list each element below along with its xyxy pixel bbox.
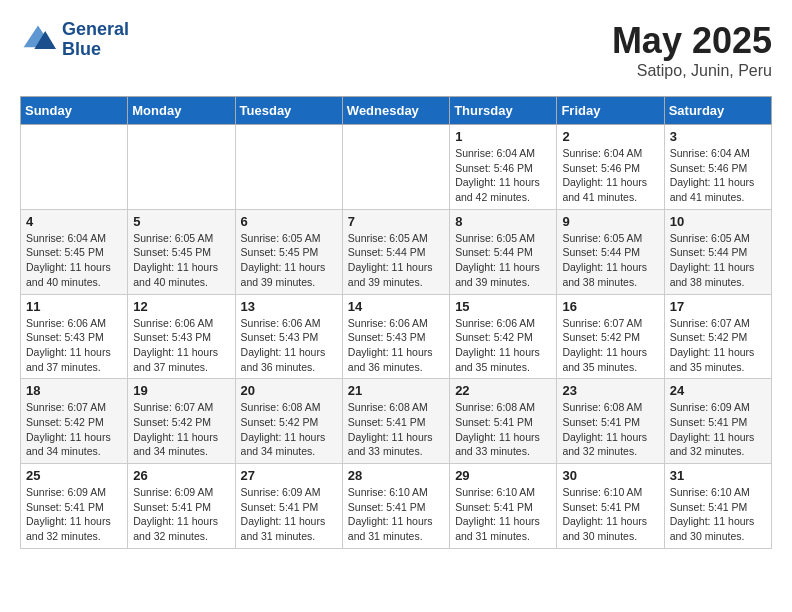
day-info: Sunrise: 6:05 AM Sunset: 5:45 PM Dayligh… bbox=[133, 231, 229, 290]
calendar-cell: 20Sunrise: 6:08 AM Sunset: 5:42 PM Dayli… bbox=[235, 379, 342, 464]
weekday-header-thursday: Thursday bbox=[450, 97, 557, 125]
week-row-1: 1Sunrise: 6:04 AM Sunset: 5:46 PM Daylig… bbox=[21, 125, 772, 210]
calendar-cell: 3Sunrise: 6:04 AM Sunset: 5:46 PM Daylig… bbox=[664, 125, 771, 210]
day-info: Sunrise: 6:07 AM Sunset: 5:42 PM Dayligh… bbox=[26, 400, 122, 459]
calendar-cell: 11Sunrise: 6:06 AM Sunset: 5:43 PM Dayli… bbox=[21, 294, 128, 379]
day-info: Sunrise: 6:04 AM Sunset: 5:46 PM Dayligh… bbox=[455, 146, 551, 205]
day-info: Sunrise: 6:06 AM Sunset: 5:43 PM Dayligh… bbox=[133, 316, 229, 375]
day-info: Sunrise: 6:08 AM Sunset: 5:41 PM Dayligh… bbox=[455, 400, 551, 459]
calendar-cell: 21Sunrise: 6:08 AM Sunset: 5:41 PM Dayli… bbox=[342, 379, 449, 464]
calendar-cell: 16Sunrise: 6:07 AM Sunset: 5:42 PM Dayli… bbox=[557, 294, 664, 379]
calendar-cell: 6Sunrise: 6:05 AM Sunset: 5:45 PM Daylig… bbox=[235, 209, 342, 294]
day-info: Sunrise: 6:06 AM Sunset: 5:42 PM Dayligh… bbox=[455, 316, 551, 375]
day-number: 25 bbox=[26, 468, 122, 483]
day-number: 2 bbox=[562, 129, 658, 144]
day-info: Sunrise: 6:09 AM Sunset: 5:41 PM Dayligh… bbox=[241, 485, 337, 544]
day-number: 8 bbox=[455, 214, 551, 229]
calendar-cell: 22Sunrise: 6:08 AM Sunset: 5:41 PM Dayli… bbox=[450, 379, 557, 464]
day-number: 12 bbox=[133, 299, 229, 314]
header: General Blue May 2025 Satipo, Junin, Per… bbox=[20, 20, 772, 80]
day-info: Sunrise: 6:10 AM Sunset: 5:41 PM Dayligh… bbox=[348, 485, 444, 544]
calendar-cell: 10Sunrise: 6:05 AM Sunset: 5:44 PM Dayli… bbox=[664, 209, 771, 294]
weekday-header-tuesday: Tuesday bbox=[235, 97, 342, 125]
day-info: Sunrise: 6:05 AM Sunset: 5:45 PM Dayligh… bbox=[241, 231, 337, 290]
day-info: Sunrise: 6:08 AM Sunset: 5:41 PM Dayligh… bbox=[348, 400, 444, 459]
calendar-cell: 7Sunrise: 6:05 AM Sunset: 5:44 PM Daylig… bbox=[342, 209, 449, 294]
calendar-cell: 14Sunrise: 6:06 AM Sunset: 5:43 PM Dayli… bbox=[342, 294, 449, 379]
day-info: Sunrise: 6:10 AM Sunset: 5:41 PM Dayligh… bbox=[562, 485, 658, 544]
month-title: May 2025 bbox=[612, 20, 772, 62]
day-info: Sunrise: 6:09 AM Sunset: 5:41 PM Dayligh… bbox=[133, 485, 229, 544]
calendar-cell: 4Sunrise: 6:04 AM Sunset: 5:45 PM Daylig… bbox=[21, 209, 128, 294]
calendar-cell: 19Sunrise: 6:07 AM Sunset: 5:42 PM Dayli… bbox=[128, 379, 235, 464]
weekday-header-monday: Monday bbox=[128, 97, 235, 125]
calendar-cell bbox=[21, 125, 128, 210]
day-info: Sunrise: 6:05 AM Sunset: 5:44 PM Dayligh… bbox=[455, 231, 551, 290]
logo-icon bbox=[20, 22, 56, 58]
calendar-cell: 30Sunrise: 6:10 AM Sunset: 5:41 PM Dayli… bbox=[557, 464, 664, 549]
day-number: 27 bbox=[241, 468, 337, 483]
day-info: Sunrise: 6:10 AM Sunset: 5:41 PM Dayligh… bbox=[670, 485, 766, 544]
title-area: May 2025 Satipo, Junin, Peru bbox=[612, 20, 772, 80]
calendar-cell: 26Sunrise: 6:09 AM Sunset: 5:41 PM Dayli… bbox=[128, 464, 235, 549]
calendar-cell: 23Sunrise: 6:08 AM Sunset: 5:41 PM Dayli… bbox=[557, 379, 664, 464]
day-number: 6 bbox=[241, 214, 337, 229]
day-number: 11 bbox=[26, 299, 122, 314]
calendar-table: SundayMondayTuesdayWednesdayThursdayFrid… bbox=[20, 96, 772, 549]
day-number: 21 bbox=[348, 383, 444, 398]
day-number: 16 bbox=[562, 299, 658, 314]
week-row-3: 11Sunrise: 6:06 AM Sunset: 5:43 PM Dayli… bbox=[21, 294, 772, 379]
logo-text: General Blue bbox=[62, 20, 129, 60]
calendar-cell: 2Sunrise: 6:04 AM Sunset: 5:46 PM Daylig… bbox=[557, 125, 664, 210]
day-info: Sunrise: 6:06 AM Sunset: 5:43 PM Dayligh… bbox=[26, 316, 122, 375]
day-info: Sunrise: 6:10 AM Sunset: 5:41 PM Dayligh… bbox=[455, 485, 551, 544]
calendar-cell: 17Sunrise: 6:07 AM Sunset: 5:42 PM Dayli… bbox=[664, 294, 771, 379]
day-info: Sunrise: 6:08 AM Sunset: 5:42 PM Dayligh… bbox=[241, 400, 337, 459]
day-info: Sunrise: 6:09 AM Sunset: 5:41 PM Dayligh… bbox=[26, 485, 122, 544]
day-number: 1 bbox=[455, 129, 551, 144]
day-number: 24 bbox=[670, 383, 766, 398]
day-number: 10 bbox=[670, 214, 766, 229]
day-info: Sunrise: 6:04 AM Sunset: 5:46 PM Dayligh… bbox=[670, 146, 766, 205]
day-number: 5 bbox=[133, 214, 229, 229]
day-info: Sunrise: 6:09 AM Sunset: 5:41 PM Dayligh… bbox=[670, 400, 766, 459]
calendar-cell: 29Sunrise: 6:10 AM Sunset: 5:41 PM Dayli… bbox=[450, 464, 557, 549]
day-info: Sunrise: 6:05 AM Sunset: 5:44 PM Dayligh… bbox=[562, 231, 658, 290]
day-number: 15 bbox=[455, 299, 551, 314]
day-number: 22 bbox=[455, 383, 551, 398]
day-info: Sunrise: 6:08 AM Sunset: 5:41 PM Dayligh… bbox=[562, 400, 658, 459]
day-number: 7 bbox=[348, 214, 444, 229]
day-number: 31 bbox=[670, 468, 766, 483]
day-number: 19 bbox=[133, 383, 229, 398]
location-title: Satipo, Junin, Peru bbox=[612, 62, 772, 80]
week-row-2: 4Sunrise: 6:04 AM Sunset: 5:45 PM Daylig… bbox=[21, 209, 772, 294]
calendar-cell: 15Sunrise: 6:06 AM Sunset: 5:42 PM Dayli… bbox=[450, 294, 557, 379]
day-info: Sunrise: 6:07 AM Sunset: 5:42 PM Dayligh… bbox=[670, 316, 766, 375]
day-number: 28 bbox=[348, 468, 444, 483]
day-info: Sunrise: 6:05 AM Sunset: 5:44 PM Dayligh… bbox=[670, 231, 766, 290]
logo-line1: General bbox=[62, 20, 129, 40]
calendar-cell: 1Sunrise: 6:04 AM Sunset: 5:46 PM Daylig… bbox=[450, 125, 557, 210]
day-number: 29 bbox=[455, 468, 551, 483]
week-row-5: 25Sunrise: 6:09 AM Sunset: 5:41 PM Dayli… bbox=[21, 464, 772, 549]
weekday-header-wednesday: Wednesday bbox=[342, 97, 449, 125]
weekday-header-sunday: Sunday bbox=[21, 97, 128, 125]
day-number: 20 bbox=[241, 383, 337, 398]
day-number: 17 bbox=[670, 299, 766, 314]
weekday-header-row: SundayMondayTuesdayWednesdayThursdayFrid… bbox=[21, 97, 772, 125]
day-info: Sunrise: 6:05 AM Sunset: 5:44 PM Dayligh… bbox=[348, 231, 444, 290]
day-number: 23 bbox=[562, 383, 658, 398]
calendar-cell: 25Sunrise: 6:09 AM Sunset: 5:41 PM Dayli… bbox=[21, 464, 128, 549]
day-number: 18 bbox=[26, 383, 122, 398]
day-info: Sunrise: 6:04 AM Sunset: 5:46 PM Dayligh… bbox=[562, 146, 658, 205]
day-number: 4 bbox=[26, 214, 122, 229]
calendar-cell bbox=[128, 125, 235, 210]
calendar-cell: 12Sunrise: 6:06 AM Sunset: 5:43 PM Dayli… bbox=[128, 294, 235, 379]
day-info: Sunrise: 6:06 AM Sunset: 5:43 PM Dayligh… bbox=[348, 316, 444, 375]
calendar-cell bbox=[235, 125, 342, 210]
day-number: 13 bbox=[241, 299, 337, 314]
calendar-cell: 8Sunrise: 6:05 AM Sunset: 5:44 PM Daylig… bbox=[450, 209, 557, 294]
day-number: 14 bbox=[348, 299, 444, 314]
weekday-header-saturday: Saturday bbox=[664, 97, 771, 125]
calendar-cell: 5Sunrise: 6:05 AM Sunset: 5:45 PM Daylig… bbox=[128, 209, 235, 294]
